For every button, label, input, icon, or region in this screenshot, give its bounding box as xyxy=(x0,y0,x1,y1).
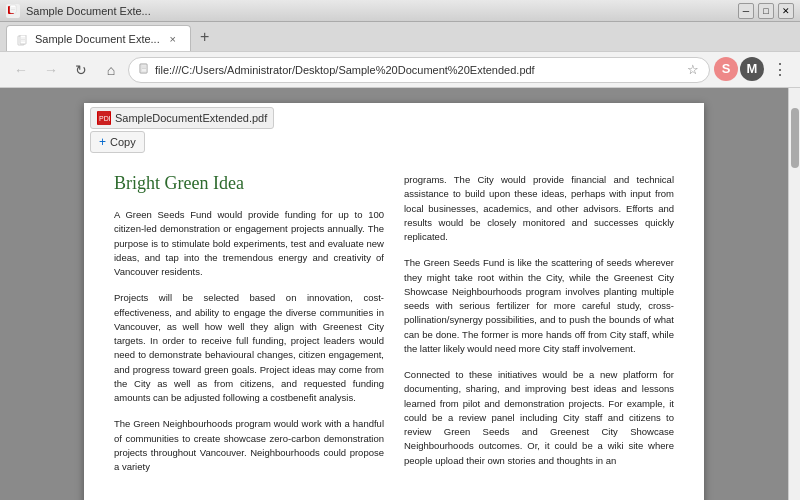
pdf-para-1-1: A Green Seeds Fund would provide funding… xyxy=(114,208,384,279)
tab-close-button[interactable]: × xyxy=(166,32,180,46)
minimize-button[interactable]: ─ xyxy=(738,3,754,19)
home-button[interactable]: ⌂ xyxy=(98,57,124,83)
pdf-page: PDF SampleDocumentExtended.pdf + Copy Br… xyxy=(84,103,704,500)
page-icon xyxy=(139,63,149,77)
menu-button[interactable]: ⋮ xyxy=(766,57,792,83)
forward-button[interactable]: → xyxy=(38,57,64,83)
pdf-file-icon: PDF xyxy=(97,111,111,125)
vertical-scrollbar[interactable] xyxy=(788,88,800,500)
maximize-button[interactable]: □ xyxy=(758,3,774,19)
pdf-para-1-2: Projects will be selected based on innov… xyxy=(114,291,384,405)
pdf-para-1-3: The Green Neighbourhoods program would w… xyxy=(114,417,384,474)
pdf-column-1: Bright Green Idea A Green Seeds Fund wou… xyxy=(114,173,384,486)
nav-extra-buttons: S M ⋮ xyxy=(714,57,792,83)
extension2-button[interactable]: M xyxy=(740,57,764,81)
pdf-toolbar: PDF SampleDocumentExtended.pdf + Copy xyxy=(84,103,280,157)
back-button[interactable]: ← xyxy=(8,57,34,83)
close-button[interactable]: ✕ xyxy=(778,3,794,19)
pdf-para-2-3: Connected to these initiatives would be … xyxy=(404,368,674,468)
svg-rect-2 xyxy=(10,5,16,13)
copy-label: Copy xyxy=(110,136,136,148)
content-area: PDF SampleDocumentExtended.pdf + Copy Br… xyxy=(0,88,800,500)
tab-favicon-icon xyxy=(17,33,29,45)
bookmark-icon[interactable]: ☆ xyxy=(687,62,699,77)
tab-title: Sample Document Exte... xyxy=(26,5,151,17)
new-tab-button[interactable]: + xyxy=(193,25,217,49)
pdf-para-2-1: programs. The City would provide financi… xyxy=(404,173,674,244)
pdf-filename-bar: PDF SampleDocumentExtended.pdf xyxy=(90,107,274,129)
tab-bar: Sample Document Exte... × + xyxy=(0,22,800,52)
title-bar-controls: ─ □ ✕ xyxy=(738,3,794,19)
nav-bar: ← → ↻ ⌂ file:///C:/Users/Administrator/D… xyxy=(0,52,800,88)
copy-button[interactable]: + Copy xyxy=(90,131,145,153)
title-bar-left: Sample Document Exte... xyxy=(6,4,151,18)
scrollbar-thumb[interactable] xyxy=(791,108,799,168)
pdf-filename: SampleDocumentExtended.pdf xyxy=(115,112,267,124)
svg-text:PDF: PDF xyxy=(99,115,110,122)
address-bar[interactable]: file:///C:/Users/Administrator/Desktop/S… xyxy=(128,57,710,83)
tab-favicon xyxy=(6,4,20,18)
pdf-title: Bright Green Idea xyxy=(114,173,384,194)
reload-button[interactable]: ↻ xyxy=(68,57,94,83)
address-text: file:///C:/Users/Administrator/Desktop/S… xyxy=(155,64,681,76)
copy-plus-icon: + xyxy=(99,135,106,149)
pdf-para-2-2: The Green Seeds Fund is like the scatter… xyxy=(404,256,674,356)
extension1-button[interactable]: S xyxy=(714,57,738,81)
active-tab[interactable]: Sample Document Exte... × xyxy=(6,25,191,51)
pdf-content: Bright Green Idea A Green Seeds Fund wou… xyxy=(84,103,704,500)
title-bar: Sample Document Exte... ─ □ ✕ xyxy=(0,0,800,22)
pdf-column-2: programs. The City would provide financi… xyxy=(404,173,674,486)
tab-label: Sample Document Exte... xyxy=(35,33,160,45)
pdf-viewer[interactable]: PDF SampleDocumentExtended.pdf + Copy Br… xyxy=(0,88,788,500)
